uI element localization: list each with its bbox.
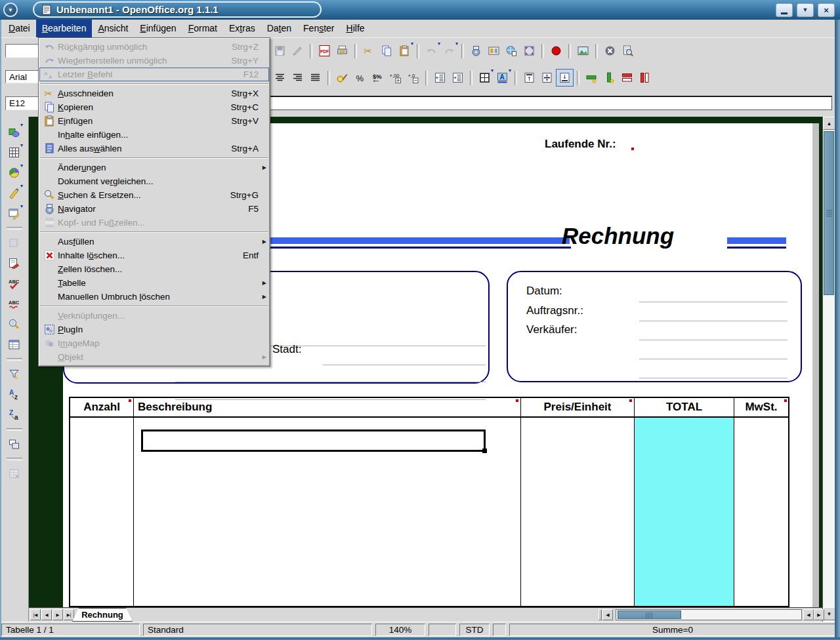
menu-item-ausfüllen[interactable]: Ausfüllen▶: [39, 235, 269, 249]
price-column[interactable]: [521, 418, 635, 606]
first-sheet-button[interactable]: |◀: [30, 609, 41, 620]
increase-indent-icon[interactable]: [449, 69, 467, 87]
delete-decimal-icon[interactable]: +,0: [404, 69, 422, 87]
total-column[interactable]: [635, 418, 734, 606]
menu-item-alles-auswählen[interactable]: Alles auswählenStrg+A: [39, 142, 269, 155]
sheet-tab-rechnung[interactable]: Rechnung: [72, 608, 133, 622]
description-column[interactable]: [134, 418, 521, 606]
insert-cells-icon[interactable]: ▾: [5, 144, 23, 161]
scroll-up-button[interactable]: ▲: [823, 117, 835, 130]
add-decimal-icon[interactable]: +,00: [387, 69, 404, 87]
window-menu-button[interactable]: ▼: [3, 3, 18, 17]
delete-column-icon[interactable]: [636, 69, 654, 87]
sum-indicator[interactable]: Summe=0: [509, 624, 836, 636]
titlebar[interactable]: ▼ Unbenannt1 - OpenOffice.org 1.1.1 ▼ ×: [0, 0, 840, 20]
horizontal-scrollbar[interactable]: [616, 609, 802, 620]
insert-chart-icon[interactable]: ▾: [5, 164, 23, 182]
sheet-indicator[interactable]: Tabelle 1 / 1: [1, 624, 140, 636]
insert-column-icon[interactable]: [600, 69, 618, 87]
previous-sheet-button[interactable]: ◀: [41, 609, 52, 620]
group-icon[interactable]: [5, 435, 23, 453]
page-style-indicator[interactable]: Standard: [143, 624, 372, 636]
menu-item-ausschneiden[interactable]: ✂AusschneidenStrg+X: [39, 87, 269, 100]
hyperlink-icon[interactable]: [503, 42, 520, 60]
dropdown-arrow-icon[interactable]: ▾: [20, 203, 23, 209]
standard-format-icon[interactable]: $%: [369, 69, 387, 87]
shade-button[interactable]: ▼: [797, 3, 814, 17]
form-functions-icon[interactable]: ▾: [5, 205, 23, 222]
horizontal-scroll-thumb[interactable]: [618, 610, 681, 619]
column-header-mwst[interactable]: MwSt.: [734, 398, 788, 416]
menu-extras[interactable]: Extras: [223, 20, 261, 37]
dropdown-arrow-icon[interactable]: ▾: [20, 183, 23, 189]
decrease-indent-icon[interactable]: [431, 69, 449, 87]
dropdown-arrow-icon[interactable]: ▾: [20, 163, 23, 169]
menu-ansicht[interactable]: Ansicht: [92, 20, 134, 37]
zoom-level[interactable]: 140%: [375, 624, 425, 636]
menu-format[interactable]: Format: [182, 20, 223, 37]
column-header-total[interactable]: TOTAL: [635, 398, 734, 416]
column-header-beschreibung[interactable]: Beschreibung: [134, 398, 521, 416]
cut-icon[interactable]: ✂: [360, 42, 378, 60]
background-color-icon[interactable]: A▾: [494, 69, 511, 87]
status-cell[interactable]: [429, 624, 456, 636]
print-icon[interactable]: [333, 42, 351, 60]
menu-datei[interactable]: Datei: [3, 20, 36, 37]
align-top-icon[interactable]: [520, 69, 538, 87]
vertical-scroll-thumb[interactable]: [824, 131, 834, 295]
autospellcheck-icon[interactable]: ABC: [5, 295, 23, 313]
scroll-left-button-2[interactable]: ◀: [803, 609, 814, 620]
navigator-icon[interactable]: [467, 42, 485, 60]
last-sheet-button[interactable]: ▶|: [64, 609, 74, 620]
autoformat-icon[interactable]: [5, 254, 23, 272]
close-button[interactable]: ×: [818, 3, 835, 17]
menu-daten[interactable]: Daten: [261, 20, 297, 37]
align-bottom-icon[interactable]: [556, 69, 574, 87]
sort-descending-icon[interactable]: Za: [5, 406, 23, 424]
autofilter-icon[interactable]: [5, 365, 23, 383]
minimize-button[interactable]: [776, 3, 793, 17]
spellcheck-icon[interactable]: ABC: [5, 275, 23, 292]
data-sources-icon[interactable]: [5, 336, 23, 353]
menu-item-dokument-vergleichen[interactable]: Dokument vergleichen...: [39, 174, 269, 188]
sort-ascending-icon[interactable]: Az: [5, 386, 23, 403]
currency-icon[interactable]: [333, 69, 351, 87]
menu-fenster[interactable]: Fenster: [297, 20, 340, 37]
menu-item-inhalte-einfügen[interactable]: Inhalte einfügen...: [39, 128, 269, 142]
zoom-icon[interactable]: [520, 42, 538, 60]
menu-item-kopieren[interactable]: KopierenStrg+C: [39, 100, 269, 114]
menu-item-inhalte-löschen[interactable]: Inhalte löschen...Entf: [39, 249, 269, 262]
scroll-left-button[interactable]: ◀: [602, 609, 613, 620]
paste-icon[interactable]: ▾: [396, 42, 413, 60]
menu-item-plugin[interactable]: PlugIn: [39, 323, 269, 336]
export-pdf-icon[interactable]: PDF: [316, 42, 333, 60]
menu-item-manuellen-umbruch-löschen[interactable]: Manuellen Umbruch löschen▶: [39, 290, 269, 304]
menu-item-tabelle[interactable]: Tabelle▶: [39, 276, 269, 290]
align-center-icon[interactable]: [271, 69, 289, 87]
menu-item-suchen-ersetzen[interactable]: Suchen & Ersetzen...Strg+G: [39, 188, 269, 202]
insert-graphics-icon[interactable]: [574, 42, 592, 60]
menu-hilfe[interactable]: Hilfe: [341, 20, 371, 37]
status-cell[interactable]: [493, 624, 506, 636]
scroll-right-button[interactable]: ▶: [814, 609, 824, 620]
dropdown-arrow-icon[interactable]: ▾: [20, 122, 23, 128]
vat-column[interactable]: [734, 418, 788, 606]
dropdown-arrow-icon[interactable]: ▾: [509, 68, 511, 73]
dropdown-arrow-icon[interactable]: ▾: [411, 41, 413, 47]
menu-item-einfügen[interactable]: EinfügenStrg+V: [39, 114, 269, 128]
scroll-down-button[interactable]: ▼: [823, 607, 835, 620]
menu-bearbeiten[interactable]: Bearbeiten: [36, 20, 93, 37]
percent-icon[interactable]: %: [351, 69, 369, 87]
stop-loading-icon[interactable]: [601, 42, 619, 60]
column-header-preiseinheit[interactable]: Preis/Einheit: [521, 398, 635, 416]
dropdown-arrow-icon[interactable]: ▾: [455, 41, 458, 47]
find-icon[interactable]: [5, 315, 23, 333]
menu-einfgen[interactable]: Einfügen: [134, 20, 182, 37]
quantity-column[interactable]: [70, 418, 134, 606]
delete-row-icon[interactable]: [618, 69, 636, 87]
align-justify-icon[interactable]: [306, 69, 324, 87]
vertical-scrollbar[interactable]: ▲ ▼: [822, 117, 835, 622]
insert-icon[interactable]: ▾: [5, 123, 23, 141]
dropdown-arrow-icon[interactable]: ▾: [20, 142, 23, 148]
invoice-table[interactable]: AnzahlBeschreibungPreis/EinheitTOTALMwSt…: [69, 397, 789, 607]
